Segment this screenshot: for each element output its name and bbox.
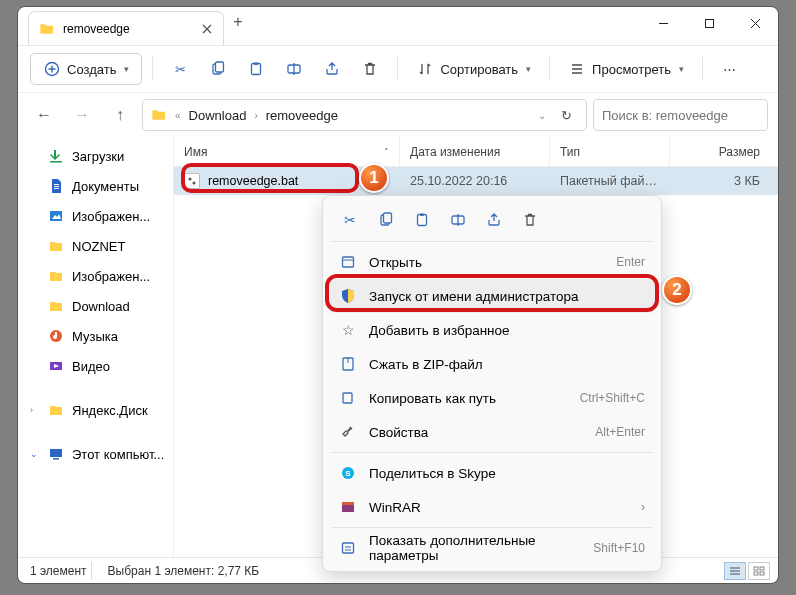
scissors-icon: ✂ [171,60,189,78]
chevron-right-icon[interactable]: › [30,405,40,415]
ctx-properties[interactable]: Свойства Alt+Enter [329,415,655,449]
music-icon [48,328,64,344]
refresh-button[interactable]: ↻ [554,108,578,123]
paste-icon [247,60,265,78]
annotation-badge-2: 2 [662,275,692,305]
ctx-open[interactable]: Открыть Enter [329,245,655,279]
new-tab-button[interactable]: + [224,13,252,31]
star-icon: ☆ [339,321,357,339]
ctx-delete-button[interactable] [513,205,547,235]
search-input[interactable]: Поиск в: removeedge [593,99,768,131]
create-button[interactable]: Создать ▾ [30,53,142,85]
sidebar-item-downloads[interactable]: Загрузки [18,141,173,171]
file-name: removeedge.bat [208,174,298,188]
ctx-copy-path[interactable]: Копировать как путь Ctrl+Shift+C [329,381,655,415]
sidebar-item-images-1[interactable]: Изображен... [18,201,173,231]
folder-icon [151,107,167,123]
tab-removeedge[interactable]: removeedge [28,11,224,45]
maximize-button[interactable] [686,7,732,39]
winrar-icon [339,498,357,516]
skype-icon: S [339,464,357,482]
view-button[interactable]: Просмотреть ▾ [560,53,692,85]
sidebar-item-video[interactable]: Видео [18,351,173,381]
up-button[interactable]: ↑ [104,99,136,131]
sidebar-item-music[interactable]: Музыка [18,321,173,351]
file-row[interactable]: removeedge.bat 25.10.2022 20:16 Пакетный… [174,167,778,195]
copy-button[interactable] [201,53,235,85]
view-details-button[interactable] [724,562,746,580]
svg-rect-21 [343,393,352,403]
folder-icon [39,21,55,37]
paste-button[interactable] [239,53,273,85]
svg-rect-0 [705,19,713,27]
more-button[interactable]: ⋯ [713,53,747,85]
create-label: Создать [67,62,116,77]
file-size: 3 КБ [670,174,778,188]
column-name[interactable]: Имя˄ [174,137,400,166]
svg-rect-4 [252,64,261,75]
breadcrumb-removeedge[interactable]: removeedge [266,108,338,123]
pc-icon [48,446,64,462]
ctx-favorite[interactable]: ☆ Добавить в избранное [329,313,655,347]
ctx-rename-button[interactable] [441,205,475,235]
ctx-share-button[interactable] [477,205,511,235]
column-date[interactable]: Дата изменения [400,137,550,166]
sidebar-item-documents[interactable]: Документы [18,171,173,201]
column-size[interactable]: Размер [670,137,778,166]
address-bar[interactable]: « Download › removeedge ⌄ ↻ [142,99,587,131]
copypath-icon [339,389,357,407]
rename-button[interactable] [277,53,311,85]
sort-label: Сортировать [440,62,518,77]
context-menu: ✂ Открыть Enter Запуск от имени админист… [322,195,662,572]
tab-title: removeedge [63,22,130,36]
file-list-area: Имя˄ Дата изменения Тип Размер removeedg… [174,137,778,557]
close-tab-icon[interactable] [201,23,213,35]
copy-icon [209,60,227,78]
ctx-run-as-admin[interactable]: Запуск от имени администратора [329,279,655,313]
svg-rect-19 [343,257,354,267]
ellipsis-icon: ⋯ [721,60,739,78]
sort-asc-icon: ˄ [384,147,389,157]
ctx-copy-button[interactable] [369,205,403,235]
view-icons-button[interactable] [748,562,770,580]
sidebar-item-noznet[interactable]: NOZNET [18,231,173,261]
explorer-window: removeedge + Создать ▾ ✂ Сортировать ▾ [17,6,779,584]
status-selection: Выбран 1 элемент: 2,77 КБ [104,562,264,580]
sidebar-item-this-pc[interactable]: ⌄Этот компьют... [18,439,173,469]
share-button[interactable] [315,53,349,85]
title-bar: removeedge + [18,7,778,45]
column-type[interactable]: Тип [550,137,670,166]
svg-rect-17 [420,214,424,217]
open-icon [339,253,357,271]
close-button[interactable] [732,7,778,39]
svg-text:S: S [345,469,351,478]
cut-button[interactable]: ✂ [163,53,197,85]
sidebar-item-download[interactable]: Download [18,291,173,321]
minimize-button[interactable] [640,7,686,39]
ctx-skype[interactable]: S Поделиться в Skype [329,456,655,490]
chevron-right-icon: › [254,110,257,121]
chevron-down-icon[interactable]: ⌄ [30,449,40,459]
folder-icon [48,402,64,418]
delete-button[interactable] [353,53,387,85]
zip-icon [339,355,357,373]
sort-button[interactable]: Сортировать ▾ [408,53,539,85]
ctx-paste-button[interactable] [405,205,439,235]
chevron-down-icon: ▾ [124,64,129,74]
breadcrumb-download[interactable]: Download [189,108,247,123]
sidebar-item-images-2[interactable]: Изображен... [18,261,173,291]
ctx-winrar[interactable]: WinRAR › [329,490,655,524]
forward-button[interactable]: → [66,99,98,131]
ctx-zip[interactable]: Сжать в ZIP-файл [329,347,655,381]
ctx-more-options[interactable]: Показать дополнительные параметры Shift+… [329,531,655,565]
sidebar-item-yandex[interactable]: ›Яндекс.Диск [18,395,173,425]
share-icon [323,60,341,78]
svg-rect-5 [254,63,258,66]
view-icon [568,60,586,78]
ctx-cut-button[interactable]: ✂ [333,205,367,235]
back-button[interactable]: ← [28,99,60,131]
svg-rect-24 [342,504,354,512]
chevron-down-icon[interactable]: ⌄ [538,110,546,121]
search-placeholder: Поиск в: removeedge [602,108,728,123]
svg-rect-25 [342,502,354,505]
